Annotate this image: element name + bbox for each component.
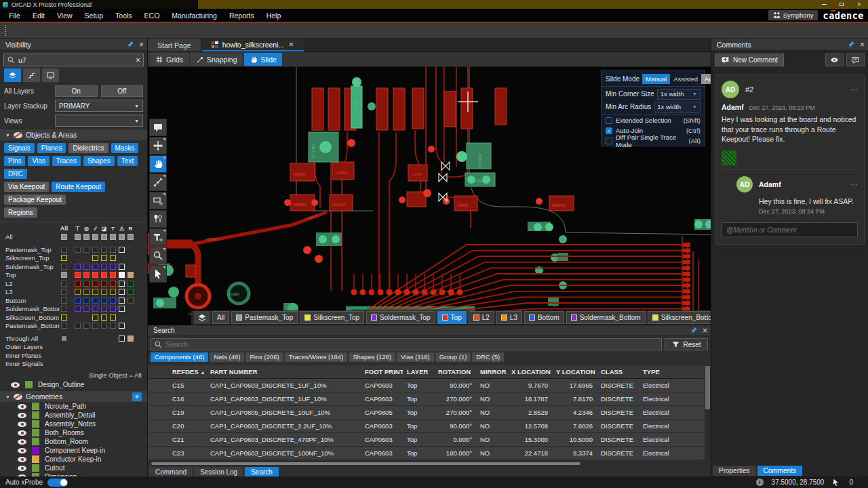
maximize-button[interactable] xyxy=(833,0,850,9)
objects-areas-header[interactable]: ▼ Objects & Areas xyxy=(0,129,147,140)
menu-reports[interactable]: Reports xyxy=(223,10,260,21)
layer-button-pastemask-top[interactable]: Pastemask_Top xyxy=(231,311,298,324)
column-header-refdes[interactable]: REFDES▲ xyxy=(168,368,206,375)
layer-button-soldermask-top[interactable]: Soldermask_Top xyxy=(366,311,435,324)
pin-panel-icon[interactable] xyxy=(125,40,134,49)
layer-checkbox[interactable] xyxy=(83,323,90,329)
table-row[interactable]: C23CAP1_CAP0603_DISCRETE_100NF_10%CAP060… xyxy=(148,447,711,460)
trace-view-button[interactable] xyxy=(23,68,40,82)
close-panel-icon[interactable]: × xyxy=(703,327,707,335)
search-tab-drc-5[interactable]: DRC (5) xyxy=(472,352,504,362)
layer-button-l2[interactable]: L2 xyxy=(469,311,494,324)
layer-checkbox[interactable] xyxy=(61,314,67,321)
layer-button-silkscreen-bottom[interactable]: Silkscreen_Bottom xyxy=(648,311,711,324)
layer-checkbox[interactable] xyxy=(110,298,116,304)
close-panel-icon[interactable]: × xyxy=(860,41,865,49)
panel-tab-properties[interactable]: Properties xyxy=(713,466,756,476)
search-tab-nets-48[interactable]: Nets (48) xyxy=(210,352,244,362)
layer-checkbox[interactable] xyxy=(119,298,125,304)
layer-checkbox[interactable] xyxy=(61,255,67,261)
min-arc-select[interactable]: 1x width ▼ xyxy=(654,102,701,113)
comment-menu-icon[interactable]: ⋯ xyxy=(850,180,858,189)
eye-icon[interactable] xyxy=(18,466,26,471)
pin-panel-icon[interactable] xyxy=(846,40,855,49)
filter-dielectrics[interactable]: Dielectrics xyxy=(68,143,108,153)
layer-checkbox[interactable] xyxy=(83,264,90,270)
layer-checkbox[interactable] xyxy=(75,264,81,270)
layer-checkbox[interactable] xyxy=(110,247,116,253)
slide-mode-manual[interactable]: Manual xyxy=(642,74,670,84)
all-layers-off-button[interactable]: Off xyxy=(101,85,144,97)
geometry-ncroute-path[interactable]: Ncroute_Path xyxy=(0,402,147,411)
show-comments-button[interactable] xyxy=(825,54,844,66)
layer-checkbox[interactable] xyxy=(75,323,81,329)
tab-howto-silkscreeni[interactable]: howto_silkscreeni...✕ xyxy=(202,39,304,52)
geometry-bottom-room[interactable]: Bottom_Room xyxy=(0,437,147,446)
layer-checkbox[interactable] xyxy=(75,289,81,295)
comment-card[interactable]: AD #2 ⋯ Adamf Dec 27, 2023, 08:23 PM Hey… xyxy=(715,74,865,245)
layer-checkbox[interactable] xyxy=(92,255,98,261)
layer-checkbox[interactable] xyxy=(119,234,125,240)
clear-search-icon[interactable]: × xyxy=(136,56,140,64)
search-tab-vias-118[interactable]: Vias (118) xyxy=(397,352,433,362)
geometry-design-outline[interactable]: Design_Outline xyxy=(0,380,147,389)
close-panel-icon[interactable]: × xyxy=(139,41,144,49)
layer-checkbox[interactable] xyxy=(127,272,134,278)
geometry-conductor-keep-in[interactable]: Conductor Keep-in xyxy=(0,455,147,464)
filter-pins[interactable]: Pins xyxy=(4,156,25,166)
menu-help[interactable]: Help xyxy=(260,10,288,21)
panel-tab-comments[interactable]: Comments xyxy=(757,466,802,476)
reset-button[interactable]: Reset xyxy=(665,338,708,350)
geometry-assembly-notes[interactable]: Assembly_Notes xyxy=(0,420,147,428)
checkbox[interactable] xyxy=(606,138,612,144)
layer-checkbox[interactable] xyxy=(92,298,98,304)
layer-checkbox[interactable] xyxy=(92,272,98,278)
layer-checkbox[interactable] xyxy=(62,336,66,340)
filter-traces[interactable]: Traces xyxy=(52,156,81,166)
layer-checkbox[interactable] xyxy=(75,298,81,304)
search-input[interactable] xyxy=(165,340,658,348)
layer-checkbox[interactable] xyxy=(101,289,107,295)
layer-checkbox[interactable] xyxy=(61,323,67,329)
filter-text[interactable]: Text xyxy=(117,156,138,166)
slide-mode-assisted[interactable]: Assisted xyxy=(670,74,701,84)
layer-checkbox[interactable] xyxy=(61,264,67,270)
menu-tools[interactable]: Tools xyxy=(109,10,138,21)
geometry-assembly-detail[interactable]: Assembly_Detail xyxy=(0,411,147,420)
search-tab-pins-206[interactable]: Pins (206) xyxy=(245,352,283,362)
filter-regions[interactable]: Regions xyxy=(4,207,37,218)
eye-icon[interactable] xyxy=(18,439,26,445)
geometry-cutout[interactable]: Cutout xyxy=(0,464,147,472)
layer-checkbox[interactable] xyxy=(61,298,67,304)
layer-checkbox[interactable] xyxy=(92,264,98,270)
filter-drc[interactable]: DRC xyxy=(4,169,27,179)
layer-checkbox[interactable] xyxy=(83,234,90,240)
slide-tool[interactable] xyxy=(149,155,167,173)
table-row[interactable]: C16CAP1_CAP0603_DISCRETE_1UF_10%CAP0603T… xyxy=(148,392,711,406)
layer-checkbox[interactable] xyxy=(101,264,107,270)
layer-button-bottom[interactable]: Bottom xyxy=(524,311,564,324)
add-geometry-button[interactable]: + xyxy=(132,392,142,401)
table-row[interactable]: C19CAP1_CAP0805_DISCRETE_10UF_10%CAP0805… xyxy=(148,406,711,420)
console-tab-command[interactable]: Command xyxy=(149,467,193,477)
layer-checkbox[interactable] xyxy=(119,306,125,312)
layer-checkbox[interactable] xyxy=(101,255,107,261)
column-header-type[interactable]: TYPE xyxy=(639,368,711,375)
search-tab-group-1[interactable]: Group (1) xyxy=(435,352,471,362)
layer-checkbox[interactable] xyxy=(127,336,134,342)
layer-checkbox[interactable] xyxy=(119,281,125,287)
column-header-y-location[interactable]: Y LOCATION xyxy=(552,368,597,375)
menu-view[interactable]: View xyxy=(51,10,79,21)
search-tab-components-46[interactable]: Components (46) xyxy=(151,352,208,362)
column-header-part-number[interactable]: PART NUMBER xyxy=(206,368,361,375)
layer-checkbox[interactable] xyxy=(101,298,107,304)
layer-checkbox[interactable] xyxy=(119,323,125,329)
filter-package-keepout[interactable]: Package Keepout xyxy=(4,195,66,205)
layer-checkbox[interactable] xyxy=(127,234,134,240)
layer-button-l3[interactable]: L3 xyxy=(496,311,522,324)
layer-button-silkscreen-top[interactable]: Silkscreen_Top xyxy=(300,311,364,324)
layer-checkbox[interactable] xyxy=(92,247,98,253)
move-tool[interactable] xyxy=(149,137,167,155)
layer-checkbox[interactable] xyxy=(75,247,81,253)
layer-checkbox[interactable] xyxy=(83,281,90,287)
